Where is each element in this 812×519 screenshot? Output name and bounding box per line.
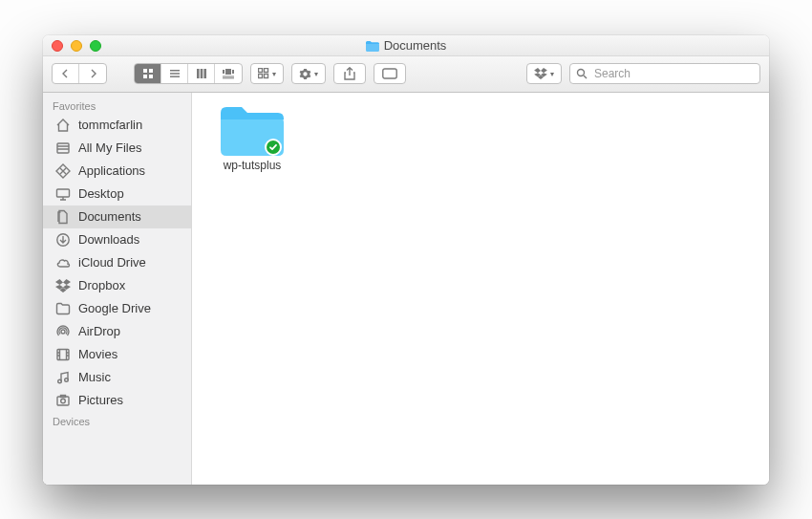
window-title: Documents bbox=[366, 38, 447, 53]
svg-rect-1 bbox=[149, 69, 153, 73]
share-button[interactable] bbox=[333, 63, 366, 84]
sidebar-item-label: Pictures bbox=[78, 393, 123, 407]
svg-rect-3 bbox=[149, 75, 153, 78]
svg-rect-5 bbox=[170, 73, 180, 75]
finder-window: Documents bbox=[43, 35, 769, 485]
sidebar-item-tommcfarlin[interactable]: tommcfarlin bbox=[43, 114, 191, 137]
svg-rect-4 bbox=[170, 70, 180, 72]
sidebar-item-desktop[interactable]: Desktop bbox=[43, 183, 191, 205]
minimize-button[interactable] bbox=[71, 40, 82, 52]
svg-rect-10 bbox=[225, 69, 231, 75]
svg-point-24 bbox=[61, 330, 65, 334]
allmyfiles-icon bbox=[54, 140, 72, 157]
movies-icon bbox=[54, 346, 72, 363]
share-icon bbox=[344, 67, 355, 80]
view-list[interactable] bbox=[161, 64, 188, 83]
window-title-text: Documents bbox=[384, 38, 447, 53]
dropbox-icon bbox=[534, 68, 547, 79]
svg-point-27 bbox=[65, 378, 69, 381]
sidebar-item-documents[interactable]: Documents bbox=[43, 205, 191, 228]
chevron-down-icon: ▾ bbox=[272, 70, 276, 78]
dropbox-toolbar-button[interactable]: ▾ bbox=[526, 63, 562, 84]
svg-point-29 bbox=[61, 399, 66, 403]
svg-rect-21 bbox=[57, 143, 69, 153]
edit-tags-button[interactable] bbox=[374, 63, 406, 84]
sidebar-item-label: Downloads bbox=[78, 232, 139, 247]
sidebar-item-all-my-files[interactable]: All My Files bbox=[43, 137, 191, 160]
svg-rect-19 bbox=[383, 69, 396, 78]
svg-rect-16 bbox=[265, 69, 268, 73]
sidebar: FavoritestommcfarlinAll My FilesApplicat… bbox=[43, 93, 192, 485]
chevron-down-icon: ▾ bbox=[550, 70, 554, 78]
finder-body: FavoritestommcfarlinAll My FilesApplicat… bbox=[43, 93, 769, 485]
sidebar-item-label: Dropbox bbox=[78, 278, 125, 292]
file-item[interactable]: wp-tutsplus bbox=[209, 106, 295, 173]
svg-rect-14 bbox=[223, 77, 234, 78]
svg-point-26 bbox=[58, 379, 62, 383]
nav-back-forward bbox=[52, 63, 107, 84]
svg-rect-15 bbox=[259, 69, 263, 73]
chevron-down-icon: ▾ bbox=[314, 70, 318, 78]
sidebar-item-movies[interactable]: Movies bbox=[43, 343, 191, 366]
view-switcher bbox=[134, 63, 243, 84]
svg-rect-11 bbox=[223, 70, 224, 74]
svg-rect-22 bbox=[57, 189, 70, 197]
svg-rect-6 bbox=[170, 76, 180, 77]
sidebar-item-music[interactable]: Music bbox=[43, 366, 191, 389]
sidebar-item-label: AirDrop bbox=[78, 324, 120, 338]
sidebar-item-label: Music bbox=[78, 370, 111, 384]
view-coverflow[interactable] bbox=[215, 64, 242, 83]
folder-icon bbox=[54, 300, 72, 317]
tags-icon bbox=[382, 68, 397, 79]
svg-rect-9 bbox=[203, 69, 206, 78]
sidebar-section-label: Favorites bbox=[43, 97, 191, 114]
svg-rect-2 bbox=[143, 75, 147, 78]
svg-rect-7 bbox=[197, 69, 200, 78]
svg-rect-8 bbox=[200, 69, 203, 78]
sidebar-item-google-drive[interactable]: Google Drive bbox=[43, 297, 191, 320]
zoom-button[interactable] bbox=[90, 40, 101, 52]
sidebar-item-label: tommcfarlin bbox=[78, 118, 142, 132]
sidebar-item-label: Applications bbox=[78, 163, 145, 178]
file-label: wp-tutsplus bbox=[224, 160, 282, 173]
content-area[interactable]: wp-tutsplus bbox=[192, 93, 769, 485]
search-field[interactable] bbox=[569, 63, 760, 84]
downloads-icon bbox=[54, 231, 72, 249]
sidebar-item-dropbox[interactable]: Dropbox bbox=[43, 274, 191, 297]
sidebar-item-airdrop[interactable]: AirDrop bbox=[43, 320, 191, 343]
svg-rect-18 bbox=[265, 75, 268, 78]
arrange-icon bbox=[258, 68, 269, 79]
sidebar-item-label: All My Files bbox=[78, 141, 141, 155]
svg-rect-28 bbox=[57, 397, 69, 405]
icloud-icon bbox=[54, 254, 72, 271]
sidebar-item-label: Desktop bbox=[78, 186, 124, 201]
sidebar-item-label: Documents bbox=[78, 209, 141, 224]
action-menu[interactable]: ▾ bbox=[291, 63, 326, 84]
sidebar-item-icloud-drive[interactable]: iCloud Drive bbox=[43, 251, 191, 274]
svg-rect-17 bbox=[259, 75, 263, 78]
sidebar-item-applications[interactable]: Applications bbox=[43, 160, 191, 183]
pictures-icon bbox=[54, 392, 72, 409]
view-columns[interactable] bbox=[188, 64, 215, 83]
documents-icon bbox=[54, 208, 72, 226]
sidebar-item-label: iCloud Drive bbox=[78, 255, 146, 270]
sidebar-item-label: Movies bbox=[78, 347, 118, 361]
sidebar-item-downloads[interactable]: Downloads bbox=[43, 228, 191, 251]
dropbox-icon bbox=[54, 277, 72, 294]
toolbar: ▾ ▾ bbox=[43, 56, 769, 93]
sidebar-item-label: Google Drive bbox=[78, 301, 151, 315]
window-controls bbox=[52, 40, 101, 52]
arrange-dropdown[interactable]: ▾ bbox=[250, 63, 284, 84]
folder-icon bbox=[221, 106, 284, 156]
sidebar-section-label: Devices bbox=[43, 412, 191, 429]
folder-icon bbox=[366, 40, 379, 51]
back-button[interactable] bbox=[53, 64, 79, 83]
sidebar-item-pictures[interactable]: Pictures bbox=[43, 389, 191, 412]
titlebar: Documents bbox=[43, 35, 769, 56]
forward-button[interactable] bbox=[79, 64, 106, 83]
apps-icon bbox=[54, 162, 72, 180]
view-icon-grid[interactable] bbox=[135, 64, 161, 83]
search-input[interactable] bbox=[592, 66, 754, 81]
close-button[interactable] bbox=[52, 40, 63, 52]
home-icon bbox=[54, 117, 72, 134]
